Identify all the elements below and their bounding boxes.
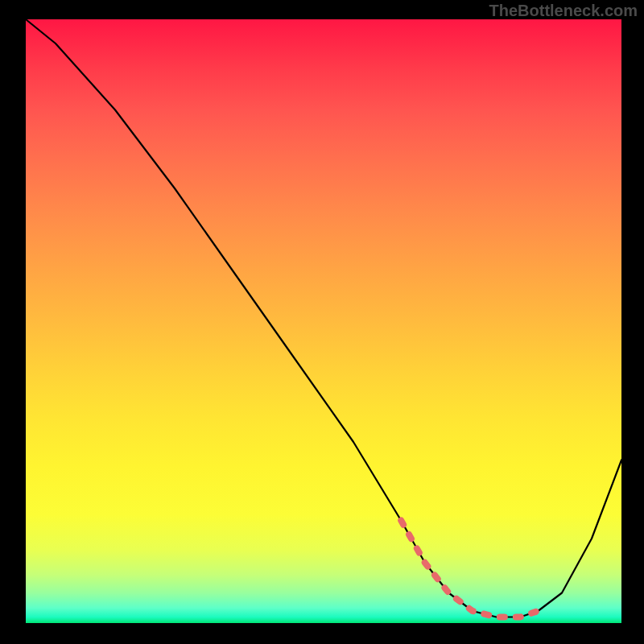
highlight-segment <box>401 521 538 617</box>
watermark-text: TheBottleneck.com <box>489 2 638 20</box>
main-curve-line <box>26 19 621 617</box>
plot-area <box>26 19 621 623</box>
chart-svg <box>26 19 621 623</box>
